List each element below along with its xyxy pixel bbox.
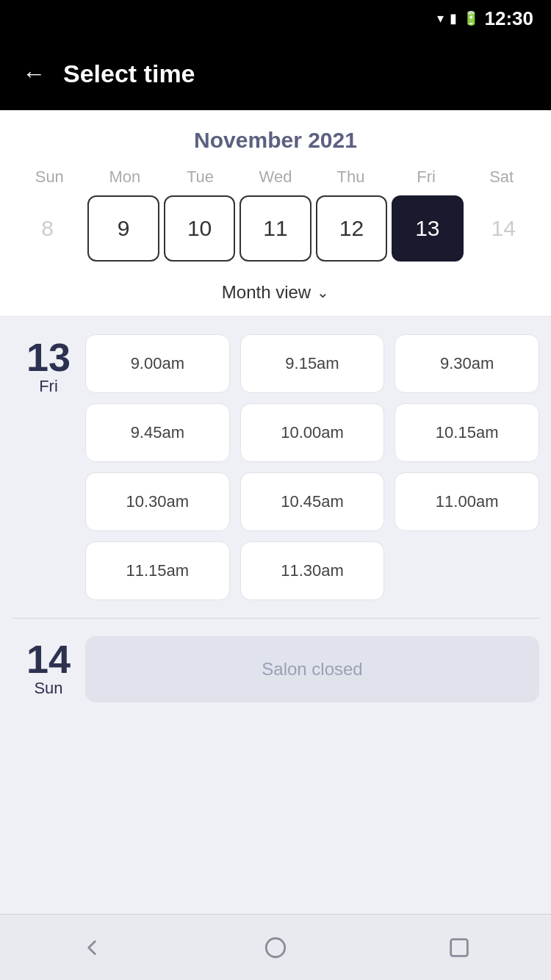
time-slot-1045[interactable]: 10.45am bbox=[240, 472, 385, 531]
weekday-wed: Wed bbox=[238, 167, 314, 187]
day-number-13: 13 bbox=[26, 337, 71, 377]
time-slot-945[interactable]: 9.45am bbox=[85, 403, 230, 462]
time-slot-900[interactable]: 9.00am bbox=[85, 334, 230, 393]
weekday-sat: Sat bbox=[464, 167, 539, 187]
day-cell-14: 14 bbox=[468, 195, 539, 262]
time-slot-1130[interactable]: 11.30am bbox=[240, 541, 385, 600]
days-row: 8 9 10 11 12 13 14 bbox=[12, 195, 539, 262]
weekday-tue: Tue bbox=[162, 167, 238, 187]
day-cell-13[interactable]: 13 bbox=[392, 195, 463, 262]
page-title: Select time bbox=[63, 60, 195, 88]
home-nav-icon[interactable] bbox=[259, 932, 292, 964]
day-cell-12[interactable]: 12 bbox=[316, 195, 387, 262]
salon-closed-block: Salon closed bbox=[85, 636, 539, 702]
month-title: November 2021 bbox=[12, 128, 539, 153]
slots-section: 13 Fri 9.00am 9.15am 9.30am 9.45am 10.00… bbox=[0, 317, 551, 914]
weekday-sun: Sun bbox=[12, 167, 87, 187]
time-slot-930[interactable]: 9.30am bbox=[395, 334, 539, 393]
day-name-14: Sun bbox=[34, 679, 62, 698]
home-circle-icon bbox=[263, 935, 288, 960]
time-slot-915[interactable]: 9.15am bbox=[240, 334, 385, 393]
recent-square-icon bbox=[447, 935, 472, 960]
slots-grid-13: 9.00am 9.15am 9.30am 9.45am 10.00am 10.1… bbox=[85, 334, 539, 600]
calendar-section: November 2021 Sun Mon Tue Wed Thu Fri Sa… bbox=[0, 110, 551, 275]
day-block-13: 13 Fri 9.00am 9.15am 9.30am 9.45am 10.00… bbox=[12, 317, 539, 618]
day-label-col-14: 14 Sun bbox=[12, 636, 85, 698]
day-name-13: Fri bbox=[39, 377, 58, 396]
day-slots-inner-14: 14 Sun Salon closed bbox=[12, 636, 539, 702]
salon-closed-label: Salon closed bbox=[262, 659, 362, 680]
top-bar: ← Select time bbox=[0, 37, 551, 110]
day-block-14: 14 Sun Salon closed bbox=[12, 618, 539, 720]
status-time: 12:30 bbox=[485, 7, 534, 30]
nav-bar bbox=[0, 914, 551, 980]
chevron-down-icon: ⌄ bbox=[317, 284, 329, 301]
day-label-col-13: 13 Fri bbox=[12, 334, 85, 396]
weekday-mon: Mon bbox=[87, 167, 163, 187]
time-slot-1000[interactable]: 10.00am bbox=[240, 403, 385, 462]
time-slot-1030[interactable]: 10.30am bbox=[85, 472, 230, 531]
time-slot-1115[interactable]: 11.15am bbox=[85, 541, 230, 600]
weekday-thu: Thu bbox=[313, 167, 389, 187]
weekday-fri: Fri bbox=[389, 167, 464, 187]
day-cell-11[interactable]: 11 bbox=[240, 195, 311, 262]
time-slot-1100[interactable]: 11.00am bbox=[395, 472, 539, 531]
day-cell-8: 8 bbox=[12, 195, 83, 262]
day-number-14: 14 bbox=[26, 639, 71, 679]
wifi-icon: ▾ bbox=[437, 10, 444, 26]
signal-icon: ▮ bbox=[450, 10, 457, 26]
day-slots-inner-13: 13 Fri 9.00am 9.15am 9.30am 9.45am 10.00… bbox=[12, 334, 539, 600]
battery-icon: 🔋 bbox=[463, 10, 479, 26]
back-nav-icon[interactable] bbox=[76, 932, 108, 964]
month-view-label: Month view bbox=[222, 282, 311, 303]
svg-rect-1 bbox=[451, 939, 468, 956]
day-cell-9[interactable]: 9 bbox=[87, 195, 159, 262]
recent-nav-icon[interactable] bbox=[443, 932, 475, 964]
day-cell-10[interactable]: 10 bbox=[164, 195, 235, 262]
status-icons: ▾ ▮ 🔋 12:30 bbox=[437, 7, 534, 30]
back-button[interactable]: ← bbox=[22, 62, 46, 85]
weekday-row: Sun Mon Tue Wed Thu Fri Sat bbox=[12, 167, 539, 187]
status-bar: ▾ ▮ 🔋 12:30 bbox=[0, 0, 551, 37]
back-triangle-icon bbox=[79, 935, 104, 960]
svg-point-0 bbox=[266, 938, 285, 957]
time-slot-1015[interactable]: 10.15am bbox=[395, 403, 539, 462]
month-view-toggle[interactable]: Month view ⌄ bbox=[0, 275, 551, 317]
